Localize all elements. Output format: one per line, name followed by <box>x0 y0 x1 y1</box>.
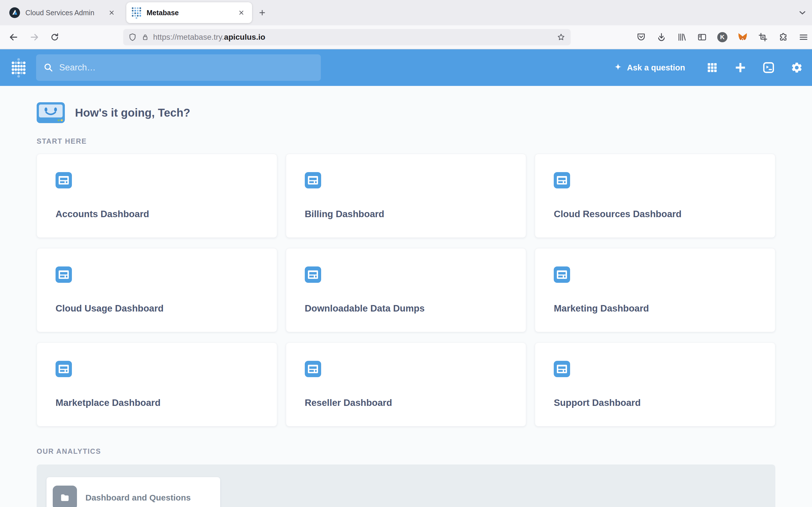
sidebar-toggle-icon[interactable] <box>697 32 707 42</box>
metabase-logo-icon[interactable] <box>11 58 26 77</box>
dashboard-card[interactable]: Reseller Dashboard <box>286 342 526 427</box>
dashboard-icon <box>305 172 321 188</box>
dashboard-icon <box>56 361 72 377</box>
dashboard-card[interactable]: Marketplace Dashboard <box>37 342 277 427</box>
extensions-puzzle-icon[interactable] <box>778 32 788 42</box>
metabase-app-header: Ask a question <box>0 49 812 86</box>
keplr-extension-icon[interactable]: K <box>717 32 727 42</box>
screenshot-crop-icon[interactable] <box>758 32 768 42</box>
dashboard-card[interactable]: Cloud Resources Dashboard <box>535 154 775 238</box>
dashboard-card-title: Marketing Dashboard <box>554 303 649 314</box>
start-here-label: START HERE <box>37 137 775 145</box>
sparkle-icon <box>613 63 622 72</box>
dashboard-icon <box>554 361 570 377</box>
dashboard-card[interactable]: Accounts Dashboard <box>37 154 277 238</box>
browser-nav-bar: https://metabase.try.apiculus.io K <box>0 25 812 49</box>
dashboard-card-grid: Accounts Dashboard Billing Dashboard <box>37 154 775 427</box>
lock-icon[interactable] <box>141 33 149 41</box>
sql-editor-icon[interactable] <box>762 61 775 74</box>
search-input[interactable] <box>59 62 313 73</box>
back-button[interactable] <box>8 32 18 42</box>
dashboard-icon <box>305 267 321 283</box>
search-bar[interactable] <box>36 54 321 81</box>
browser-tab-bar: Cloud Services Admin Metabase <box>0 0 812 25</box>
settings-gear-icon[interactable] <box>790 61 804 74</box>
collection-row: Dashboard and Questions <box>53 486 191 507</box>
tab-title: Cloud Services Admin <box>26 9 106 17</box>
list-all-tabs-icon[interactable] <box>797 7 808 18</box>
our-analytics-label: OUR ANALYTICS <box>37 447 775 455</box>
apiculus-favicon-icon <box>9 7 20 18</box>
downloads-icon[interactable] <box>656 32 666 42</box>
dashboard-card-title: Reseller Dashboard <box>305 397 392 408</box>
dashboard-card-title: Downloadable Data Dumps <box>305 303 424 314</box>
dashboard-card[interactable]: Downloadable Data Dumps <box>286 248 526 332</box>
metabase-favicon-icon <box>132 6 142 19</box>
tab-cloud-services-admin[interactable]: Cloud Services Admin <box>4 2 122 23</box>
collection-title: Dashboard and Questions <box>86 493 191 503</box>
dashboard-card-title: Marketplace Dashboard <box>56 397 160 408</box>
tab-title: Metabase <box>147 9 236 17</box>
bookmark-star-icon[interactable] <box>557 33 566 42</box>
url-text: https://metabase.try.apiculus.io <box>153 33 265 42</box>
metamask-fox-icon[interactable] <box>738 32 748 42</box>
library-icon[interactable] <box>677 32 687 42</box>
search-icon <box>43 62 54 73</box>
close-tab-icon[interactable] <box>236 7 247 18</box>
dashboard-icon <box>56 172 72 188</box>
our-analytics-panel: Dashboard and Questions <box>37 464 775 507</box>
dashboard-card-title: Support Dashboard <box>554 397 641 408</box>
tab-metabase[interactable]: Metabase <box>126 2 252 23</box>
tracking-protection-shield-icon[interactable] <box>128 33 137 41</box>
close-tab-icon[interactable] <box>106 7 117 18</box>
browse-grid-icon[interactable] <box>705 61 719 74</box>
dashboard-icon <box>554 267 570 283</box>
toolbar-extensions: K <box>636 32 809 42</box>
metabot-face-icon <box>37 102 65 123</box>
home-page: How's it going, Tech? START HERE Account… <box>0 102 812 507</box>
dashboard-card-title: Cloud Usage Dashboard <box>56 303 163 314</box>
new-tab-button[interactable] <box>257 7 268 18</box>
dashboard-card-title: Cloud Resources Dashboard <box>554 209 681 219</box>
dashboard-card[interactable]: Marketing Dashboard <box>535 248 775 332</box>
greeting-title: How's it going, Tech? <box>75 107 190 119</box>
dashboard-icon <box>305 361 321 377</box>
dashboard-card[interactable]: Cloud Usage Dashboard <box>37 248 277 332</box>
dashboard-icon <box>554 172 570 188</box>
folder-icon <box>53 486 77 507</box>
dashboard-card[interactable]: Billing Dashboard <box>286 154 526 238</box>
greeting-row: How's it going, Tech? <box>37 102 775 123</box>
dashboard-icon <box>56 267 72 283</box>
dashboard-card[interactable]: Support Dashboard <box>535 342 775 427</box>
forward-button[interactable] <box>29 32 40 42</box>
ask-a-question-button[interactable]: Ask a question <box>613 63 685 72</box>
new-item-plus-icon[interactable] <box>733 61 747 74</box>
dashboard-card-title: Billing Dashboard <box>305 209 384 219</box>
reload-button[interactable] <box>50 32 60 42</box>
pocket-icon[interactable] <box>636 32 646 42</box>
header-actions: Ask a question <box>613 61 804 74</box>
dashboard-card-title: Accounts Dashboard <box>56 209 149 219</box>
url-bar[interactable]: https://metabase.try.apiculus.io <box>123 29 571 45</box>
hamburger-menu-icon[interactable] <box>799 32 809 42</box>
collection-card[interactable]: Dashboard and Questions <box>47 477 220 507</box>
